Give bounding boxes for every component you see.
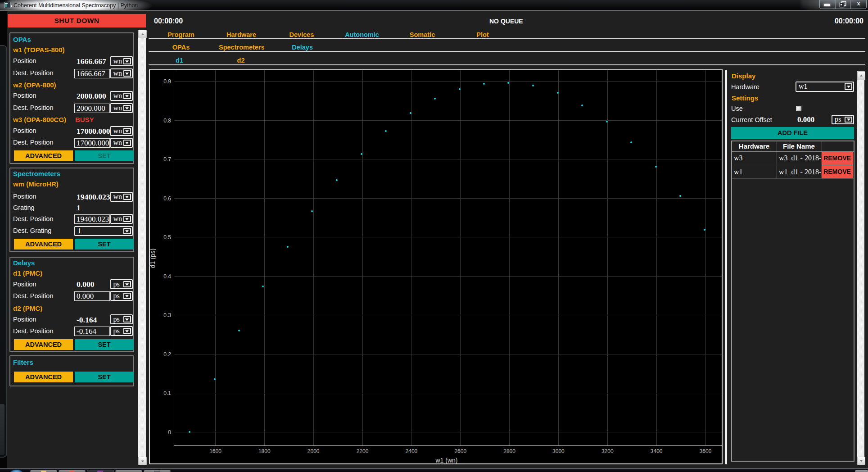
- svg-text:0.1: 0.1: [163, 390, 171, 396]
- svg-text:0.7: 0.7: [163, 156, 171, 163]
- svg-text:2400: 2400: [406, 448, 418, 454]
- svg-text:w1 (wn): w1 (wn): [435, 457, 457, 463]
- svg-text:0.4: 0.4: [163, 273, 171, 280]
- svg-text:2600: 2600: [454, 448, 466, 454]
- svg-text:0.3: 0.3: [163, 312, 171, 318]
- svg-text:d1 (ps): d1 (ps): [150, 249, 156, 268]
- svg-text:3000: 3000: [552, 448, 565, 454]
- svg-text:3200: 3200: [601, 448, 614, 454]
- svg-text:0.5: 0.5: [163, 234, 171, 241]
- svg-text:0.9: 0.9: [163, 78, 171, 85]
- svg-text:2800: 2800: [503, 448, 515, 454]
- svg-text:1800: 1800: [258, 448, 271, 454]
- svg-text:3400: 3400: [651, 448, 663, 454]
- svg-text:2000: 2000: [307, 448, 320, 454]
- svg-text:0.6: 0.6: [163, 195, 171, 202]
- svg-text:0.2: 0.2: [163, 351, 171, 358]
- svg-text:3600: 3600: [700, 448, 712, 454]
- svg-text:0.8: 0.8: [163, 118, 171, 124]
- svg-text:2200: 2200: [357, 448, 369, 454]
- svg-text:1600: 1600: [209, 448, 222, 454]
- svg-text:0: 0: [168, 429, 171, 436]
